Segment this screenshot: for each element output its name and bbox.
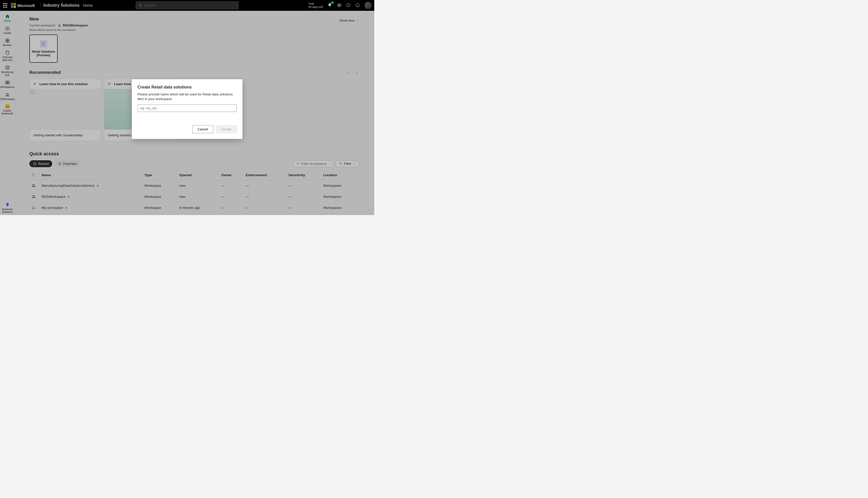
dialog-description: Please provide name which will be used f… bbox=[138, 92, 237, 101]
create-button[interactable]: Create bbox=[216, 125, 237, 133]
dialog-name-input[interactable] bbox=[138, 104, 237, 112]
dialog-title: Create Retail data solutions bbox=[138, 85, 237, 90]
create-retail-dialog: Create Retail data solutions Please prov… bbox=[132, 79, 242, 139]
cancel-button[interactable]: Cancel bbox=[192, 125, 213, 133]
